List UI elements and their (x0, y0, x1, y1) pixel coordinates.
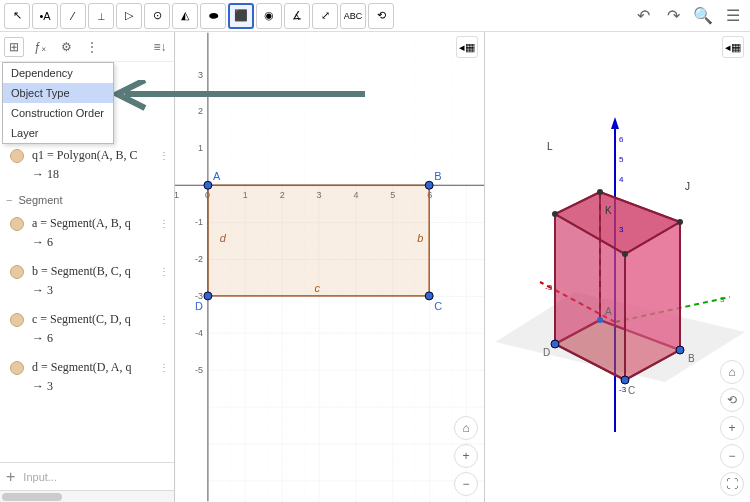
item-menu-icon[interactable]: ⋮ (159, 150, 170, 161)
fx-button[interactable]: ƒₓ (30, 37, 50, 57)
search-button[interactable]: 🔍 (690, 3, 716, 29)
svg-text:L: L (547, 141, 553, 152)
tool-point[interactable]: •A (32, 3, 58, 29)
svg-text:b: b (417, 232, 423, 244)
svg-point-48 (621, 376, 629, 384)
svg-text:-1: -1 (195, 217, 203, 227)
svg-text:K: K (605, 205, 612, 216)
alg-result: 18 (0, 165, 174, 190)
visibility-dot[interactable] (10, 149, 24, 163)
sort-button[interactable]: ≡↓ (150, 37, 170, 57)
visibility-dot[interactable] (10, 313, 24, 327)
alg-result: 6 (0, 233, 174, 258)
tool-cube[interactable]: ⬛ (228, 3, 254, 29)
tool-perp[interactable]: ⟂ (88, 3, 114, 29)
graphics-view-2d[interactable]: ◂▦ -1 0 1 2 3 4 5 (175, 32, 485, 502)
alg-item-q1[interactable]: q1 = Polygon(A, B, C ⋮ (0, 142, 174, 165)
svg-marker-36 (611, 117, 619, 129)
zoom-in-3d-button[interactable]: + (720, 416, 744, 440)
alg-def: d = Segment(D, A, q (32, 360, 151, 375)
svg-point-27 (204, 292, 212, 300)
graphics-view-3d[interactable]: ◂▦ (485, 32, 750, 502)
home-button[interactable]: ⌂ (454, 416, 478, 440)
menu-button[interactable]: ☰ (720, 3, 746, 29)
svg-text:5: 5 (619, 155, 624, 164)
tool-ellipse[interactable]: ⬬ (200, 3, 226, 29)
undo-button[interactable]: ↶ (630, 3, 656, 29)
redo-button[interactable]: ↷ (660, 3, 686, 29)
tool-angle[interactable]: ∡ (284, 3, 310, 29)
svg-point-24 (204, 181, 212, 189)
alg-item-b[interactable]: b = Segment(B, C, q ⋮ (0, 258, 174, 281)
svg-point-50 (597, 189, 603, 195)
add-icon[interactable]: + (6, 468, 15, 486)
svg-text:3: 3 (619, 225, 624, 234)
svg-point-53 (552, 211, 558, 217)
view3d-menu-icon[interactable]: ◂▦ (722, 36, 744, 58)
tool-move-view[interactable]: ⟲ (368, 3, 394, 29)
svg-text:A: A (213, 170, 221, 182)
algebra-input[interactable]: Input... (23, 471, 168, 483)
alg-item-a[interactable]: a = Segment(A, B, q ⋮ (0, 210, 174, 233)
rotate-3d-button[interactable]: ⟲ (720, 388, 744, 412)
item-menu-icon[interactable]: ⋮ (159, 218, 170, 229)
dropdown-item-dependency[interactable]: Dependency (3, 63, 113, 83)
item-menu-icon[interactable]: ⋮ (159, 314, 170, 325)
zoom-out-3d-button[interactable]: − (720, 444, 744, 468)
alg-def: b = Segment(B, C, q (32, 264, 151, 279)
dropdown-item-layer[interactable]: Layer (3, 123, 113, 143)
zoom-out-button[interactable]: − (454, 472, 478, 496)
item-menu-icon[interactable]: ⋮ (159, 362, 170, 373)
dropdown-item-construction-order[interactable]: Construction Order (3, 103, 113, 123)
svg-rect-20 (208, 185, 429, 296)
svg-text:-3: -3 (619, 385, 627, 394)
view-menu-icon[interactable]: ◂▦ (456, 36, 478, 58)
fullscreen-button[interactable]: ⛶ (720, 472, 744, 496)
group-segment[interactable]: Segment (0, 190, 174, 210)
more-icon[interactable]: ⋮ (82, 37, 102, 57)
alg-result: 6 (0, 329, 174, 354)
svg-text:-3: -3 (545, 283, 553, 292)
home-3d-button[interactable]: ⌂ (720, 360, 744, 384)
svg-text:B: B (688, 353, 695, 364)
tool-sphere[interactable]: ◉ (256, 3, 282, 29)
svg-text:C: C (434, 300, 442, 312)
alg-result: 3 (0, 377, 174, 402)
alg-item-d[interactable]: d = Segment(D, A, q ⋮ (0, 354, 174, 377)
tool-circle[interactable]: ⊙ (144, 3, 170, 29)
visibility-dot[interactable] (10, 265, 24, 279)
svg-text:3: 3 (198, 70, 203, 80)
svg-point-52 (622, 251, 628, 257)
tool-conic[interactable]: ◭ (172, 3, 198, 29)
svg-point-51 (677, 219, 683, 225)
item-menu-icon[interactable]: ⋮ (159, 266, 170, 277)
alg-def: q1 = Polygon(A, B, C (32, 148, 151, 163)
dropdown-item-object-type[interactable]: Object Type (3, 83, 113, 103)
svg-text:2: 2 (198, 106, 203, 116)
sidebar-toolbar: ⊞ ƒₓ ⚙ ⋮ ≡↓ (0, 32, 174, 62)
alg-result: 3 (0, 281, 174, 306)
zoom-in-button[interactable]: + (454, 444, 478, 468)
tool-transform[interactable]: ⤢ (312, 3, 338, 29)
horizontal-scrollbar[interactable] (0, 490, 174, 502)
tool-move[interactable]: ↖ (4, 3, 30, 29)
tool-line[interactable]: ∕ (60, 3, 86, 29)
svg-text:d: d (220, 232, 227, 244)
visibility-dot[interactable] (10, 361, 24, 375)
tool-polygon[interactable]: ▷ (116, 3, 142, 29)
alg-item-c[interactable]: c = Segment(C, D, q ⋮ (0, 306, 174, 329)
alg-def: a = Segment(A, B, q (32, 216, 151, 231)
svg-point-25 (425, 181, 433, 189)
toggle-aux-button[interactable]: ⊞ (4, 37, 24, 57)
svg-text:D: D (195, 300, 203, 312)
svg-text:1: 1 (198, 143, 203, 153)
tool-text[interactable]: ABC (340, 3, 366, 29)
svg-text:3: 3 (720, 295, 725, 304)
settings-icon[interactable]: ⚙ (56, 37, 76, 57)
svg-text:A: A (605, 306, 612, 317)
svg-text:c: c (315, 282, 321, 294)
alg-def: c = Segment(C, D, q (32, 312, 151, 327)
visibility-dot[interactable] (10, 217, 24, 231)
input-bar: + Input... (0, 462, 174, 490)
svg-text:-5: -5 (195, 365, 203, 375)
